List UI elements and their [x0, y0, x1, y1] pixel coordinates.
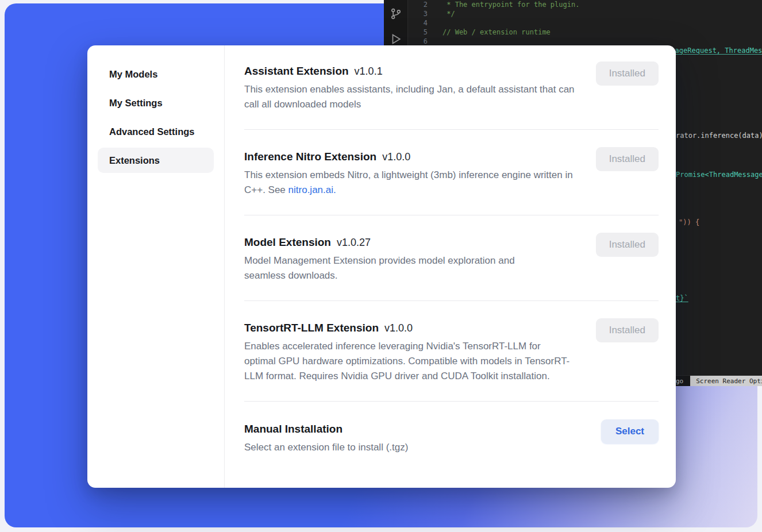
- code-fragment: rator.inference(data));: [676, 131, 762, 140]
- sidebar-item-extensions[interactable]: Extensions: [98, 148, 214, 173]
- extension-row-model: Model Extension v1.0.27 Model Management…: [244, 215, 659, 301]
- nitro-jan-ai-link[interactable]: nitro.jan.ai.: [288, 184, 336, 195]
- extension-row-tensorrt-llm: TensortRT-LLM Extension v1.0.0 Enables a…: [244, 301, 659, 402]
- code-line: 3 */: [408, 9, 762, 18]
- code-text: // Web / extension runtime: [442, 28, 551, 37]
- installed-badge[interactable]: Installed: [596, 61, 659, 86]
- sidebar-item-my-settings[interactable]: My Settings: [98, 90, 214, 115]
- extension-version: v1.0.27: [337, 235, 371, 250]
- extension-description: Model Management Extension provides mode…: [244, 253, 532, 283]
- sidebar-item-advanced-settings[interactable]: Advanced Settings: [98, 119, 214, 144]
- code-fragment: ")) {: [679, 218, 699, 227]
- manual-installation-row: Manual Installation Select an extension …: [244, 402, 659, 455]
- extension-title: TensortRT-LLM Extension: [244, 321, 379, 336]
- select-file-button[interactable]: Select: [601, 419, 659, 444]
- code-fragment: t}`: [676, 294, 688, 303]
- line-number: 2: [408, 0, 428, 9]
- screen-reader-badge[interactable]: Screen Reader Optimize: [690, 376, 762, 386]
- extension-row-assistant: Assistant Extension v1.0.1 This extensio…: [244, 45, 659, 130]
- manual-installation-title: Manual Installation: [244, 422, 342, 437]
- line-number: 3: [408, 9, 428, 18]
- code-line: 4: [408, 18, 762, 28]
- extension-title: Assistant Extension: [244, 64, 349, 79]
- extensions-panel: Assistant Extension v1.0.1 This extensio…: [225, 45, 676, 488]
- status-item: go: [676, 377, 683, 385]
- settings-sidebar: My Models My Settings Advanced Settings …: [87, 45, 225, 488]
- extension-description: Enables accelerated inference leveraging…: [244, 339, 575, 384]
- run-debug-icon[interactable]: [389, 32, 403, 46]
- code-line: 5 // Web / extension runtime: [408, 28, 762, 37]
- code-line: 2 * The entrypoint for the plugin.: [408, 0, 762, 9]
- line-number: 4: [408, 18, 428, 28]
- extension-title: Inference Nitro Extension: [244, 149, 376, 164]
- desktop: 2 * The entrypoint for the plugin. 3 */ …: [0, 0, 762, 532]
- source-control-icon[interactable]: [389, 7, 403, 21]
- extension-version: v1.0.0: [384, 321, 413, 336]
- installed-badge[interactable]: Installed: [596, 318, 659, 342]
- installed-badge[interactable]: Installed: [596, 233, 659, 257]
- code-fragment: Promise<ThreadMessage>: [676, 170, 762, 179]
- extension-description: This extension embeds Nitro, a lightweig…: [244, 168, 575, 198]
- extension-version: v1.0.0: [382, 149, 410, 164]
- installed-badge[interactable]: Installed: [596, 147, 659, 171]
- code-text: */: [442, 9, 455, 18]
- extension-row-inference-nitro: Inference Nitro Extension v1.0.0 This ex…: [244, 130, 659, 215]
- extension-description: This extension enables assistants, inclu…: [244, 82, 575, 112]
- sidebar-item-my-models[interactable]: My Models: [98, 61, 214, 87]
- line-number: 5: [408, 28, 428, 37]
- extension-version: v1.0.1: [355, 64, 383, 79]
- code-line: 6 import {log, BaseExtension, MessageEve…: [408, 37, 762, 46]
- manual-installation-description: Select an extension file to install (.tg…: [244, 440, 575, 455]
- extension-title: Model Extension: [244, 235, 331, 250]
- line-number: 6: [408, 37, 428, 46]
- settings-card: My Models My Settings Advanced Settings …: [87, 45, 676, 488]
- code-area: 2 * The entrypoint for the plugin. 3 */ …: [408, 0, 762, 46]
- code-text: * The entrypoint for the plugin.: [442, 0, 579, 9]
